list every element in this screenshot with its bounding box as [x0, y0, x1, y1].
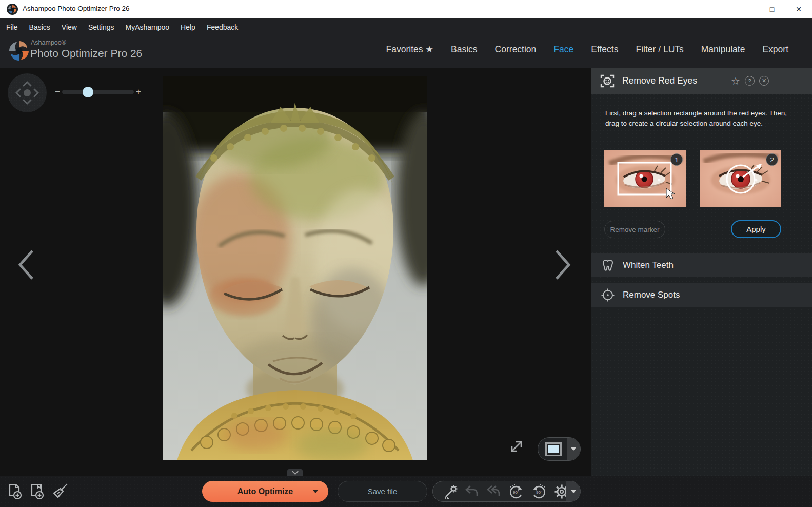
- main-nav: Favorites ★ Basics Correction Face Effec…: [386, 44, 788, 55]
- magic-wand-icon[interactable]: [442, 483, 459, 500]
- tooth-icon: [601, 258, 615, 272]
- favorite-star-icon[interactable]: ☆: [731, 75, 740, 87]
- tab-favorites[interactable]: Favorites ★: [386, 44, 434, 55]
- remove-marker-button[interactable]: Remove marker: [604, 221, 665, 238]
- maximize-button[interactable]: □: [759, 0, 785, 18]
- example-step1-image: 1: [604, 150, 686, 207]
- tab-effects[interactable]: Effects: [591, 44, 618, 55]
- panel-title: Remove Red Eyes: [622, 75, 697, 86]
- menu-view[interactable]: View: [62, 23, 77, 31]
- svg-text:90°: 90°: [513, 490, 519, 494]
- apply-button[interactable]: Apply: [731, 220, 781, 238]
- title-bar: Ashampoo Photo Optimizer Pro 26 – □ ✕: [0, 0, 812, 18]
- step2-badge: 2: [766, 153, 778, 166]
- pan-control[interactable]: [8, 73, 47, 112]
- zoom-slider-track[interactable]: [62, 90, 134, 94]
- caret-down-icon: [571, 447, 576, 451]
- add-project-button[interactable]: [28, 482, 47, 500]
- brand-logo-icon: [7, 39, 31, 63]
- quick-tools-group: 90° 90°: [432, 481, 581, 502]
- pan-up-icon: [24, 82, 31, 86]
- menu-myashampoo[interactable]: MyAshampoo: [125, 23, 169, 31]
- example-step2-image: 2: [700, 150, 781, 207]
- caret-down-icon[interactable]: [313, 490, 318, 493]
- remove-spots-label: Remove Spots: [623, 290, 680, 300]
- tab-correction[interactable]: Correction: [495, 44, 537, 55]
- zoom-in-button[interactable]: +: [134, 87, 143, 97]
- bottom-toolbar: Auto Optimize Save file: [0, 476, 812, 507]
- face-tools-panel: Remove Red Eyes ☆ ? ✕ First, drag a sele…: [591, 68, 812, 476]
- caret-down-icon: [571, 490, 576, 493]
- pan-right-icon: [34, 89, 38, 96]
- zoom-slider-thumb[interactable]: [83, 87, 93, 98]
- view-mode-button[interactable]: [538, 437, 581, 461]
- rotate-right-icon[interactable]: 90°: [530, 483, 548, 500]
- brand-product: Photo Optimizer Pro 26: [30, 47, 142, 60]
- instructions-text: First, drag a selection rectangle around…: [605, 108, 796, 129]
- pan-left-icon: [16, 89, 20, 96]
- close-panel-icon[interactable]: ✕: [759, 76, 769, 86]
- menu-feedback[interactable]: Feedback: [207, 23, 238, 31]
- menu-basics[interactable]: Basics: [29, 23, 50, 31]
- remove-spots-row[interactable]: Remove Spots: [591, 283, 812, 307]
- auto-optimize-button[interactable]: Auto Optimize: [202, 481, 328, 502]
- step1-badge: 1: [670, 153, 683, 166]
- menu-settings[interactable]: Settings: [88, 23, 114, 31]
- photo-canvas: − +: [0, 68, 591, 476]
- menu-bar: File Basics View Settings MyAshampoo Hel…: [6, 18, 238, 36]
- help-icon[interactable]: ?: [745, 76, 755, 86]
- menu-file[interactable]: File: [6, 23, 18, 31]
- zoom-slider: − +: [53, 87, 143, 97]
- app-logo-icon: [7, 4, 18, 15]
- app-header: File Basics View Settings MyAshampoo Hel…: [0, 18, 812, 68]
- clean-broom-button[interactable]: [51, 482, 70, 500]
- save-file-button[interactable]: Save file: [338, 481, 427, 502]
- add-file-button[interactable]: [6, 482, 25, 500]
- red-eye-face-scan-icon: [600, 74, 615, 88]
- pan-down-icon: [24, 100, 31, 104]
- collapse-panel-tab[interactable]: [287, 469, 303, 476]
- minimize-button[interactable]: –: [732, 0, 759, 18]
- whiten-teeth-row[interactable]: Whiten Teeth: [591, 253, 812, 277]
- rotate-left-icon[interactable]: 90°: [507, 483, 525, 500]
- tools-dropdown[interactable]: [566, 481, 580, 501]
- previous-image-button[interactable]: [16, 248, 36, 281]
- brand-company: Ashampoo®: [31, 39, 66, 46]
- chevron-down-icon: [292, 468, 299, 475]
- tab-manipulate[interactable]: Manipulate: [701, 44, 745, 55]
- tab-basics[interactable]: Basics: [451, 44, 478, 55]
- next-image-button[interactable]: [553, 248, 572, 281]
- fullscreen-expand-icon[interactable]: [509, 439, 524, 454]
- whiten-teeth-label: Whiten Teeth: [623, 260, 674, 270]
- remove-red-eyes-header: Remove Red Eyes ☆ ? ✕: [591, 68, 812, 94]
- photo-image[interactable]: [163, 76, 427, 460]
- view-mode-dropdown[interactable]: [567, 438, 580, 460]
- svg-text:90°: 90°: [536, 490, 542, 494]
- tab-filter-luts[interactable]: Filter / LUTs: [636, 44, 683, 55]
- target-icon: [601, 288, 615, 302]
- undo-all-icon[interactable]: [485, 484, 502, 499]
- view-mode-icon: [545, 442, 562, 456]
- close-button[interactable]: ✕: [785, 0, 812, 18]
- zoom-out-button[interactable]: −: [53, 87, 62, 97]
- pan-center-dot: [24, 89, 31, 96]
- tab-face[interactable]: Face: [553, 44, 573, 55]
- window-title: Ashampoo Photo Optimizer Pro 26: [23, 5, 130, 12]
- menu-help[interactable]: Help: [181, 23, 195, 31]
- tab-export[interactable]: Export: [762, 44, 788, 55]
- undo-icon[interactable]: [464, 484, 480, 499]
- auto-optimize-label: Auto Optimize: [237, 487, 293, 496]
